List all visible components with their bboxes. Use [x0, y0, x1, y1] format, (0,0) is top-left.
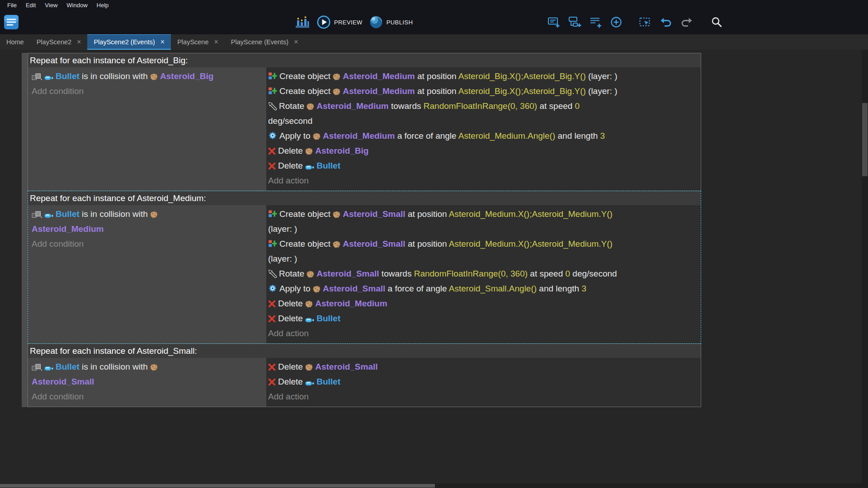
delete-icon [268, 162, 276, 170]
text: Apply to [279, 284, 313, 293]
tab-close-icon[interactable]: × [294, 38, 298, 46]
force-icon [268, 284, 277, 293]
action-row[interactable]: Delete Bullet [268, 374, 697, 389]
search-button[interactable] [709, 14, 724, 30]
event-header[interactable]: Repeat for each instance of Asteroid_Med… [28, 191, 701, 205]
object-name: Asteroid_Medium [343, 71, 415, 81]
tab-label: PlayScene [177, 38, 208, 46]
text: Delete [278, 314, 305, 323]
add-condition-link[interactable]: Add condition [32, 84, 263, 99]
text: Create object [279, 239, 333, 249]
object-name: Asteroid_Small [343, 239, 405, 249]
bullet-icon [44, 366, 53, 371]
publish-button[interactable]: PUBLISH [369, 15, 413, 29]
text: Create object [279, 86, 333, 96]
add-comment-button[interactable] [588, 14, 603, 30]
object-name: Asteroid_Small [32, 377, 94, 386]
vertical-scrollbar-thumb[interactable] [862, 103, 868, 176]
menu-edit[interactable]: Edit [21, 1, 40, 9]
action-row[interactable]: Apply to Asteroid_Medium a force of angl… [268, 128, 697, 143]
text: a force of angle [395, 131, 458, 141]
project-manager-button[interactable] [4, 14, 19, 30]
collision-icon [32, 364, 42, 371]
expression: Asteroid_Big.X();Asteroid_Big.Y() [458, 71, 586, 81]
preview-button[interactable]: PREVIEW [316, 15, 363, 29]
text: at speed [537, 101, 575, 111]
action-row[interactable]: Delete Bullet [268, 158, 697, 173]
menu-file[interactable]: File [3, 1, 21, 9]
asteroid-icon [333, 211, 340, 218]
add-condition-link[interactable]: Add condition [32, 389, 263, 404]
asteroid-icon [313, 286, 321, 293]
menu-help[interactable]: Help [92, 1, 113, 9]
action-row[interactable]: Delete Bullet [268, 311, 697, 326]
asteroid-icon [333, 73, 340, 80]
action-row[interactable]: Rotate Asteroid_Medium towards RandomFlo… [268, 99, 697, 128]
create-icon [268, 86, 277, 95]
horizontal-scrollbar[interactable] [0, 483, 862, 488]
text: Create object [279, 209, 333, 219]
add-new-button[interactable] [609, 14, 624, 30]
app-window: { "colors": { "accent_blue": "#3f9fe0", … [0, 0, 868, 488]
choose-event-button[interactable] [637, 14, 653, 30]
text: is in collision with [80, 209, 150, 219]
tab-playscene2-events[interactable]: PlayScene2 (Events)× [87, 34, 171, 50]
delete-icon [268, 315, 276, 323]
menu-window[interactable]: Window [62, 1, 92, 9]
text: Delete [278, 362, 305, 371]
factory-button[interactable] [295, 14, 310, 30]
actions-column: Create object Asteroid_Small at position… [266, 205, 701, 343]
action-row[interactable]: Rotate Asteroid_Small towards RandomFloa… [268, 266, 697, 281]
tab-close-icon[interactable]: × [77, 38, 81, 46]
choose-event-icon [638, 15, 652, 29]
text: (layer: ) [586, 71, 618, 81]
condition-row[interactable]: Bullet is in collision with Asteroid_Sma… [32, 359, 263, 389]
text: Create object [279, 71, 333, 81]
object-name: Bullet [316, 161, 340, 170]
text: (layer: ) [268, 224, 297, 234]
text: Rotate [279, 269, 307, 278]
tab-home[interactable]: Home [0, 34, 30, 50]
condition-row[interactable]: Bullet is in collision with Asteroid_Big [32, 69, 263, 84]
action-row[interactable]: Delete Asteroid_Medium [268, 296, 697, 311]
add-condition-link[interactable]: Add condition [32, 236, 263, 251]
tab-close-icon[interactable]: × [214, 38, 218, 46]
bullet-icon [305, 165, 314, 170]
menu-view[interactable]: View [40, 1, 62, 9]
asteroid-icon [150, 211, 158, 218]
event-header[interactable]: Repeat for each instance of Asteroid_Big… [28, 53, 701, 67]
horizontal-scrollbar-thumb[interactable] [0, 484, 435, 488]
add-subevent-button[interactable] [567, 14, 582, 30]
bullet-icon [305, 381, 314, 386]
condition-row[interactable]: Bullet is in collision with Asteroid_Med… [32, 206, 263, 236]
object-name: Asteroid_Medium [315, 299, 387, 308]
asteroid-icon [307, 271, 314, 278]
add-action-link[interactable]: Add action [268, 173, 697, 188]
action-row[interactable]: Create object Asteroid_Medium at positio… [268, 69, 697, 84]
tab-close-icon[interactable]: × [160, 38, 165, 46]
action-row[interactable]: Create object Asteroid_Small at position… [268, 206, 697, 236]
action-row[interactable]: Create object Asteroid_Medium at positio… [268, 84, 697, 99]
toolbar-center: PREVIEW PUBLISH [295, 10, 413, 34]
event-drag-rail[interactable] [22, 53, 28, 407]
action-row[interactable]: Delete Asteroid_Small [268, 359, 697, 374]
action-row[interactable]: Create object Asteroid_Small at position… [268, 236, 697, 266]
collision-icon [32, 73, 42, 80]
add-action-link[interactable]: Add action [268, 389, 697, 404]
asteroid-icon [307, 103, 314, 110]
tab-playscene2[interactable]: PlayScene2× [30, 34, 88, 50]
add-event-button[interactable] [546, 14, 561, 30]
tab-playscene-events[interactable]: PlayScene (Events)× [225, 34, 305, 50]
event: Repeat for each instance of Asteroid_Sma… [28, 343, 701, 407]
vertical-scrollbar[interactable] [862, 50, 868, 483]
add-event-icon [547, 15, 561, 29]
redo-button[interactable] [679, 14, 694, 30]
tab-playscene[interactable]: PlayScene× [171, 34, 225, 50]
event-header[interactable]: Repeat for each instance of Asteroid_Sma… [28, 344, 701, 358]
action-row[interactable]: Apply to Asteroid_Small a force of angle… [268, 281, 697, 296]
text: (layer: ) [586, 86, 618, 96]
text: towards [379, 269, 414, 278]
add-action-link[interactable]: Add action [268, 326, 697, 341]
action-row[interactable]: Delete Asteroid_Big [268, 143, 697, 158]
undo-button[interactable] [658, 14, 674, 30]
